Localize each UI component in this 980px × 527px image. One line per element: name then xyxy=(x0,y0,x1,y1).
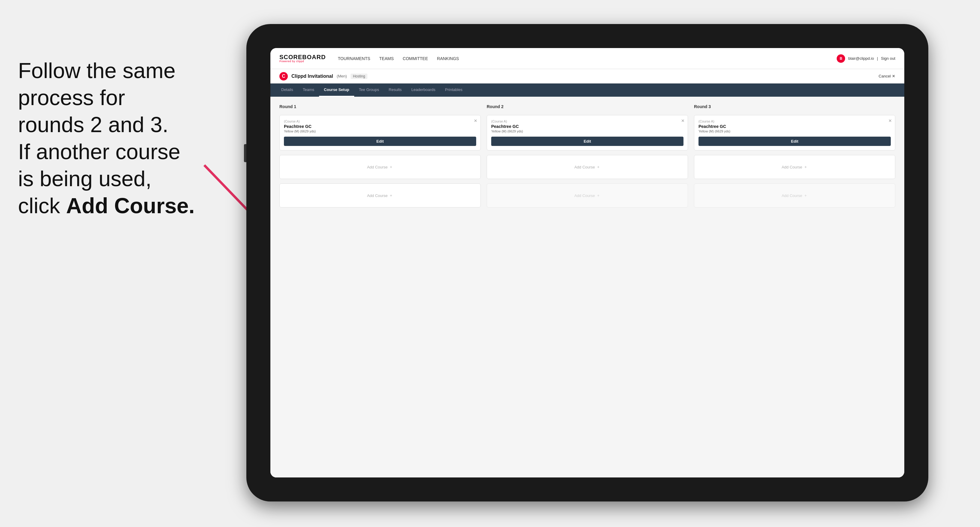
nav-committee[interactable]: COMMITTEE xyxy=(403,55,428,62)
nav-teams[interactable]: TEAMS xyxy=(379,55,394,62)
round-1-add-course-2-text: Add Course ＋ xyxy=(367,193,393,198)
round-2-add-course-1-text: Add Course ＋ xyxy=(574,164,601,170)
round-1-column: Round 1 ✕ (Course A) Peachtree GC Yellow… xyxy=(279,104,481,208)
rounds-grid: Round 1 ✕ (Course A) Peachtree GC Yellow… xyxy=(279,104,895,208)
round-1-add-course-2[interactable]: Add Course ＋ xyxy=(279,184,481,208)
avatar: B xyxy=(837,54,845,63)
scoreboard-logo: SCOREBOARD Powered by clippd xyxy=(279,54,326,63)
tab-details[interactable]: Details xyxy=(277,84,298,97)
tab-results[interactable]: Results xyxy=(384,84,406,97)
round-2-course-card: ✕ (Course A) Peachtree GC Yellow (M) (66… xyxy=(487,115,688,151)
round-3-course-card: ✕ (Course A) Peachtree GC Yellow (M) (66… xyxy=(694,115,895,151)
round-1-delete-icon[interactable]: ✕ xyxy=(474,118,477,123)
hosting-badge: Hosting xyxy=(351,73,368,79)
round-2-column: Round 2 ✕ (Course A) Peachtree GC Yellow… xyxy=(487,104,688,208)
tournament-name: Clippd Invitational xyxy=(291,73,333,79)
round-2-course-label: (Course A) xyxy=(491,119,684,123)
instruction-text: Follow the same process for rounds 2 and… xyxy=(0,45,216,231)
round-1-course-card: ✕ (Course A) Peachtree GC Yellow (M) (66… xyxy=(279,115,481,151)
nav-tournaments[interactable]: TOURNAMENTS xyxy=(338,55,370,62)
round-1-add-course-1[interactable]: Add Course ＋ xyxy=(279,155,481,179)
round-3-title: Round 3 xyxy=(694,104,895,109)
tab-teams[interactable]: Teams xyxy=(298,84,319,97)
sign-out-link[interactable]: Sign out xyxy=(881,56,895,61)
round-3-add-course-1[interactable]: Add Course ＋ xyxy=(694,155,895,179)
tab-printables[interactable]: Printables xyxy=(440,84,467,97)
tablet-screen: SCOREBOARD Powered by clippd TOURNAMENTS… xyxy=(270,48,904,478)
round-1-edit-button[interactable]: Edit xyxy=(284,137,476,146)
round-1-course-label: (Course A) xyxy=(284,119,476,123)
top-nav: SCOREBOARD Powered by clippd TOURNAMENTS… xyxy=(270,48,904,69)
nav-right: B blair@clippd.io | Sign out xyxy=(837,54,895,63)
round-2-delete-icon[interactable]: ✕ xyxy=(681,118,685,123)
cancel-x-icon: ✕ xyxy=(892,74,895,78)
logo-main: SCOREBOARD xyxy=(279,54,326,60)
round-2-title: Round 2 xyxy=(487,104,688,109)
round-2-add-course-1[interactable]: Add Course ＋ xyxy=(487,155,688,179)
plus-icon-5: ＋ xyxy=(803,164,808,170)
round-3-add-course-2: Add Course ＋ xyxy=(694,184,895,208)
men-label: (Men) xyxy=(337,74,347,78)
round-3-delete-icon[interactable]: ✕ xyxy=(888,118,892,123)
round-3-edit-button[interactable]: Edit xyxy=(698,137,891,146)
tab-tee-groups[interactable]: Tee Groups xyxy=(354,84,384,97)
round-1-title: Round 1 xyxy=(279,104,481,109)
tab-bar: Details Teams Course Setup Tee Groups Re… xyxy=(270,84,904,97)
user-email: blair@clippd.io xyxy=(848,56,873,61)
round-2-add-course-2: Add Course ＋ xyxy=(487,184,688,208)
cancel-button[interactable]: Cancel ✕ xyxy=(879,74,895,78)
round-3-add-course-1-text: Add Course ＋ xyxy=(782,164,808,170)
tab-course-setup[interactable]: Course Setup xyxy=(319,84,354,97)
round-1-course-details: Yellow (M) (6629 yds) xyxy=(284,129,476,133)
round-3-column: Round 3 ✕ (Course A) Peachtree GC Yellow… xyxy=(694,104,895,208)
logo-sub: Powered by clippd xyxy=(279,60,326,63)
plus-icon-6: ＋ xyxy=(803,193,808,198)
round-2-edit-button[interactable]: Edit xyxy=(491,137,684,146)
main-content: Round 1 ✕ (Course A) Peachtree GC Yellow… xyxy=(270,97,904,478)
round-1-add-course-1-text: Add Course ＋ xyxy=(367,164,393,170)
plus-icon-3: ＋ xyxy=(597,164,600,170)
nav-separator: | xyxy=(877,56,878,61)
nav-left: SCOREBOARD Powered by clippd TOURNAMENTS… xyxy=(279,54,459,63)
round-3-course-label: (Course A) xyxy=(698,119,891,123)
round-2-course-details: Yellow (M) (6629 yds) xyxy=(491,129,684,133)
round-1-course-name: Peachtree GC xyxy=(284,124,476,129)
sub-header-left: C Clippd Invitational (Men) Hosting xyxy=(279,72,368,81)
round-3-course-name: Peachtree GC xyxy=(698,124,891,129)
tab-leaderboards[interactable]: Leaderboards xyxy=(406,84,440,97)
round-2-course-name: Peachtree GC xyxy=(491,124,684,129)
round-3-course-details: Yellow (M) (6629 yds) xyxy=(698,129,891,133)
clippd-icon: C xyxy=(279,72,288,81)
plus-icon-2: ＋ xyxy=(389,193,393,198)
nav-links: TOURNAMENTS TEAMS COMMITTEE RANKINGS xyxy=(338,55,459,62)
plus-icon-4: ＋ xyxy=(597,193,600,198)
plus-icon-1: ＋ xyxy=(389,164,393,170)
tablet-frame: SCOREBOARD Powered by clippd TOURNAMENTS… xyxy=(247,24,928,502)
nav-rankings[interactable]: RANKINGS xyxy=(437,55,459,62)
sub-header: C Clippd Invitational (Men) Hosting Canc… xyxy=(270,69,904,84)
round-3-add-course-2-text: Add Course ＋ xyxy=(782,193,808,198)
round-2-add-course-2-text: Add Course ＋ xyxy=(574,193,601,198)
